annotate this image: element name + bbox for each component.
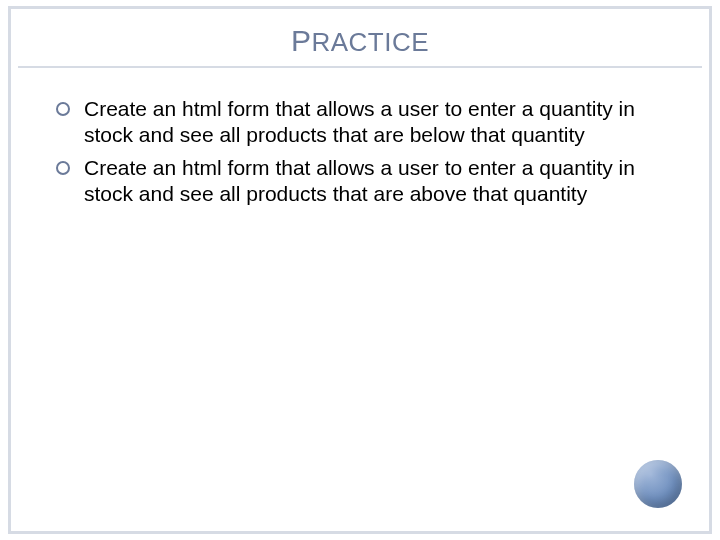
list-item: Create an html form that allows a user t… [56, 96, 660, 149]
list-item: Create an html form that allows a user t… [56, 155, 660, 208]
border-top [8, 6, 712, 9]
slide-title: PRACTICE [0, 24, 720, 58]
slide: PRACTICE Create an html form that allows… [0, 0, 720, 540]
title-leading-char: P [291, 24, 312, 57]
bullet-text: Create an html form that allows a user t… [84, 96, 660, 149]
bullet-icon [56, 155, 84, 208]
border-left [8, 6, 11, 534]
bullet-icon [56, 96, 84, 149]
border-bottom [8, 531, 712, 534]
bullet-text: Create an html form that allows a user t… [84, 155, 660, 208]
content-area: Create an html form that allows a user t… [56, 96, 660, 213]
title-rest: RACTICE [311, 27, 429, 57]
title-underline [18, 66, 702, 68]
border-right [709, 6, 712, 534]
decorative-sphere-icon [634, 460, 682, 508]
